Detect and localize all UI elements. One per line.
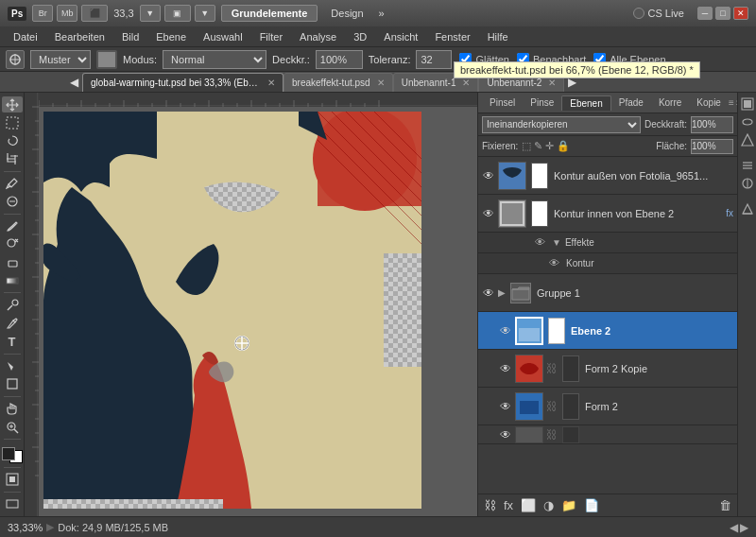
fix-pixel-icon[interactable]: ⬚	[522, 140, 531, 152]
menu-bearbeiten[interactable]: Bearbeiten	[47, 29, 112, 44]
zoom-tool[interactable]	[2, 419, 23, 435]
path-selection-tool[interactable]	[2, 358, 23, 374]
panel-tab-pinsel1[interactable]: Pinsel	[482, 95, 523, 110]
gradient-tool[interactable]	[2, 272, 23, 288]
fill-input[interactable]	[691, 139, 733, 154]
fx-button[interactable]: fx	[504, 498, 513, 512]
minibrige-icon[interactable]: Mb	[57, 5, 77, 22]
fix-position-icon[interactable]: ✛	[545, 140, 554, 152]
arrow-right-icon[interactable]: »	[379, 8, 385, 19]
layer-item-ebene2[interactable]: 👁 Ebene 2	[478, 312, 737, 350]
panel-tab-kopie[interactable]: Kopie	[689, 95, 729, 110]
menu-bild[interactable]: Bild	[114, 29, 146, 44]
status-nav-right[interactable]: ▶	[740, 521, 748, 534]
crop-tool[interactable]	[2, 151, 23, 167]
text-tool[interactable]: T	[2, 334, 23, 350]
visibility-form2kopie[interactable]: 👁	[499, 362, 512, 375]
grundelemente-button[interactable]: Grundelemente	[221, 5, 318, 22]
tab-breakeffekt[interactable]: breakeffekt-tut.psd ✕	[284, 73, 393, 92]
layer-item-kontur-aussen[interactable]: 👁 Kontur außen von Fotolia_9651...	[478, 157, 737, 195]
gruppe1-arrow[interactable]: ▶	[498, 287, 506, 298]
visibility-partial[interactable]: 👁	[499, 428, 512, 442]
menu-auswahl[interactable]: Auswahl	[196, 29, 250, 44]
canvas-icon[interactable]: ⬛	[81, 5, 108, 22]
style-picker-icon[interactable]	[96, 50, 117, 69]
color-swatches[interactable]	[2, 447, 23, 463]
maximize-button[interactable]: □	[715, 7, 730, 20]
visibility-gruppe1[interactable]: 👁	[482, 286, 495, 300]
menu-ansicht[interactable]: Ansicht	[376, 29, 425, 44]
dodge-tool[interactable]	[2, 297, 23, 313]
tab-unbenannt2-close[interactable]: ✕	[548, 78, 556, 88]
minimize-button[interactable]: ─	[697, 7, 713, 20]
clone-tool[interactable]	[2, 236, 23, 252]
screen-mode[interactable]	[2, 496, 23, 512]
visibility-ebene2[interactable]: 👁	[499, 324, 512, 338]
cslive-area[interactable]: CS Live	[633, 8, 684, 19]
adjustment-button[interactable]: ◑	[543, 498, 554, 512]
tab-unbenannt1-close[interactable]: ✕	[462, 78, 470, 88]
arrange-icon[interactable]: ▣	[164, 5, 191, 22]
blend-mode-select[interactable]: Ineinanderkopieren	[482, 116, 641, 133]
patch-tool[interactable]	[2, 194, 23, 210]
menu-datei[interactable]: Datei	[6, 29, 45, 44]
menu-filter[interactable]: Filter	[252, 29, 290, 44]
visibility-kontur-aussen[interactable]: 👁	[482, 169, 495, 182]
menu-fenster[interactable]: Fenster	[427, 29, 477, 44]
mask-button[interactable]: ⬜	[521, 498, 536, 512]
tab-scroll-left[interactable]: ◀	[66, 76, 82, 89]
menu-hilfe[interactable]: Hilfe	[480, 29, 516, 44]
mini-tool-3[interactable]	[740, 132, 755, 147]
shape-tool[interactable]	[2, 376, 23, 392]
modus-select[interactable]: Normal	[163, 50, 266, 69]
style-select[interactable]: Muster	[30, 50, 91, 69]
layer-item-form2[interactable]: 👁 ⛓ Form 2	[478, 388, 737, 425]
panel-tab-pinsel2[interactable]: Pinse	[523, 95, 561, 110]
tab-breakeffekt-close[interactable]: ✕	[377, 78, 385, 88]
panel-tab-korre[interactable]: Korre	[651, 95, 689, 110]
tool-icon[interactable]	[6, 50, 25, 69]
close-button[interactable]: ✕	[733, 7, 748, 20]
deckkraft-input[interactable]	[316, 50, 363, 69]
design-button[interactable]: Design	[323, 6, 370, 21]
panel-menu-button[interactable]: ≡	[729, 97, 734, 108]
toleranz-input[interactable]	[416, 50, 452, 69]
layer-item-kontur-innen[interactable]: 👁 Kontur innen von Ebene 2 fx	[478, 195, 737, 233]
visibility-form2[interactable]: 👁	[499, 400, 512, 413]
pen-tool[interactable]	[2, 315, 23, 331]
opacity-input[interactable]	[691, 116, 733, 133]
menu-analyse[interactable]: Analyse	[292, 29, 344, 44]
brush-tool[interactable]	[2, 218, 23, 234]
layer-item-partial[interactable]: 👁 ⛓	[478, 425, 737, 444]
menu-ebene[interactable]: Ebene	[148, 29, 194, 44]
kontur-effect-visibility[interactable]: 👁	[549, 257, 562, 270]
mini-tool-2[interactable]	[740, 114, 755, 130]
tab-global-warming[interactable]: global-warming-tut.psd bei 33,3% (Ebene …	[82, 73, 284, 92]
status-nav-left[interactable]: ◀	[730, 521, 738, 534]
lasso-tool[interactable]	[2, 132, 23, 148]
effects-visibility[interactable]: 👁	[535, 236, 548, 250]
panel-tab-ebenen[interactable]: Ebenen	[561, 95, 610, 111]
delete-layer-button[interactable]: 🗑	[719, 498, 731, 512]
visibility-kontur-innen[interactable]: 👁	[482, 207, 495, 220]
mini-tool-4[interactable]	[740, 158, 755, 173]
mini-tool-6[interactable]	[740, 201, 755, 217]
selection-tool[interactable]	[2, 114, 23, 130]
layer-item-form2kopie[interactable]: 👁 ⛓ Form 2 Kopie	[478, 350, 737, 388]
mini-tool-5[interactable]	[740, 176, 755, 191]
move-tool[interactable]	[2, 96, 23, 113]
new-layer-button[interactable]: 📄	[584, 498, 599, 512]
link-button[interactable]: ⛓	[484, 498, 496, 512]
eraser-tool[interactable]	[2, 254, 23, 270]
tab-global-warming-close[interactable]: ✕	[267, 78, 275, 88]
mini-tool-1[interactable]	[740, 96, 755, 112]
bridge-icon[interactable]: Br	[32, 5, 53, 22]
group-button[interactable]: 📁	[561, 498, 576, 512]
panel-tab-pfade[interactable]: Pfade	[611, 95, 651, 110]
layer-item-gruppe1[interactable]: 👁 ▶ Gruppe 1	[478, 274, 737, 312]
hand-tool[interactable]	[2, 401, 23, 417]
fix-all-icon[interactable]: 🔒	[557, 140, 570, 152]
arrange-dropdown[interactable]: ▼	[195, 5, 215, 22]
canvas-area[interactable]	[25, 93, 477, 516]
eyedropper-tool[interactable]	[2, 176, 23, 192]
